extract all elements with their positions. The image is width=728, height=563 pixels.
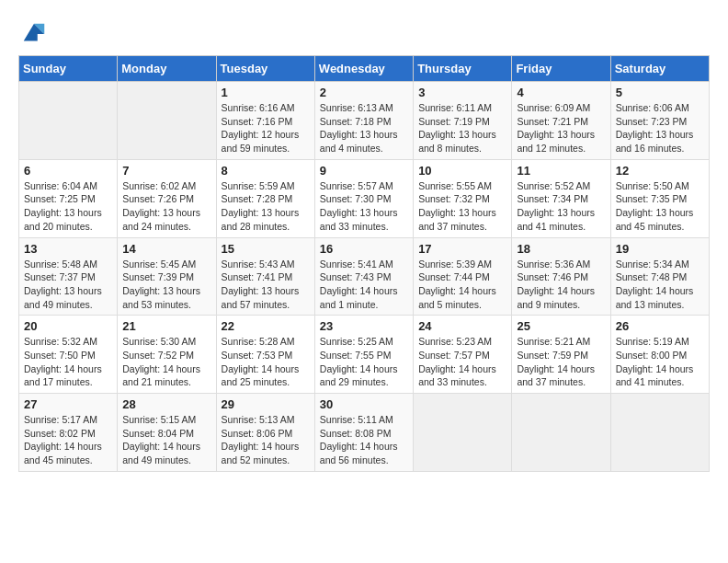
- calendar-cell: 21Sunrise: 5:30 AM Sunset: 7:52 PM Dayli…: [118, 316, 216, 394]
- day-number: 20: [24, 319, 112, 333]
- day-info: Sunrise: 5:25 AM Sunset: 7:55 PM Dayligh…: [320, 335, 408, 389]
- day-info: Sunrise: 5:21 AM Sunset: 7:59 PM Dayligh…: [517, 335, 605, 389]
- day-info: Sunrise: 5:19 AM Sunset: 8:00 PM Dayligh…: [616, 335, 704, 389]
- calendar-cell: 1Sunrise: 6:16 AM Sunset: 7:16 PM Daylig…: [216, 82, 314, 160]
- calendar-cell: 30Sunrise: 5:11 AM Sunset: 8:08 PM Dayli…: [314, 394, 413, 472]
- calendar-cell: [414, 394, 512, 472]
- calendar-cell: 17Sunrise: 5:39 AM Sunset: 7:44 PM Dayli…: [414, 237, 512, 316]
- weekday-header: Tuesday: [216, 56, 314, 82]
- day-info: Sunrise: 5:36 AM Sunset: 7:46 PM Dayligh…: [517, 258, 605, 312]
- day-number: 12: [616, 164, 704, 178]
- calendar-cell: 26Sunrise: 5:19 AM Sunset: 8:00 PM Dayli…: [610, 316, 709, 394]
- day-info: Sunrise: 5:30 AM Sunset: 7:52 PM Dayligh…: [122, 335, 210, 389]
- weekday-header-row: SundayMondayTuesdayWednesdayThursdayFrid…: [19, 56, 710, 82]
- calendar-cell: [118, 82, 216, 160]
- calendar-week-row: 20Sunrise: 5:32 AM Sunset: 7:50 PM Dayli…: [19, 316, 710, 394]
- calendar-cell: 23Sunrise: 5:25 AM Sunset: 7:55 PM Dayli…: [314, 316, 413, 394]
- day-info: Sunrise: 5:15 AM Sunset: 8:04 PM Dayligh…: [122, 413, 210, 467]
- day-info: Sunrise: 6:04 AM Sunset: 7:25 PM Dayligh…: [24, 179, 112, 234]
- calendar-cell: 4Sunrise: 6:09 AM Sunset: 7:21 PM Daylig…: [512, 82, 610, 160]
- day-number: 28: [122, 397, 210, 411]
- day-number: 24: [418, 319, 506, 333]
- calendar-cell: 10Sunrise: 5:55 AM Sunset: 7:32 PM Dayli…: [414, 159, 512, 237]
- day-info: Sunrise: 5:17 AM Sunset: 8:02 PM Dayligh…: [24, 413, 112, 467]
- day-number: 4: [517, 86, 605, 99]
- calendar-week-row: 1Sunrise: 6:16 AM Sunset: 7:16 PM Daylig…: [19, 82, 710, 160]
- day-info: Sunrise: 6:09 AM Sunset: 7:21 PM Dayligh…: [517, 101, 605, 155]
- calendar-week-row: 27Sunrise: 5:17 AM Sunset: 8:02 PM Dayli…: [19, 394, 710, 472]
- day-info: Sunrise: 5:39 AM Sunset: 7:44 PM Dayligh…: [418, 258, 506, 312]
- day-number: 10: [418, 164, 506, 178]
- calendar-cell: 13Sunrise: 5:48 AM Sunset: 7:37 PM Dayli…: [19, 237, 118, 316]
- weekday-header: Wednesday: [314, 56, 413, 82]
- day-info: Sunrise: 5:41 AM Sunset: 7:43 PM Dayligh…: [320, 258, 408, 312]
- day-number: 18: [517, 242, 605, 256]
- day-number: 16: [320, 242, 408, 256]
- day-number: 1: [222, 86, 310, 99]
- day-number: 2: [320, 86, 408, 99]
- logo: [18, 18, 48, 46]
- day-info: Sunrise: 5:28 AM Sunset: 7:53 PM Dayligh…: [222, 335, 310, 389]
- calendar-cell: [512, 394, 610, 472]
- calendar-cell: 8Sunrise: 5:59 AM Sunset: 7:28 PM Daylig…: [216, 159, 314, 237]
- day-info: Sunrise: 6:13 AM Sunset: 7:18 PM Dayligh…: [320, 101, 408, 155]
- calendar-cell: [610, 394, 709, 472]
- calendar-cell: 9Sunrise: 5:57 AM Sunset: 7:30 PM Daylig…: [314, 159, 413, 237]
- day-number: 3: [418, 86, 506, 99]
- calendar-cell: 7Sunrise: 6:02 AM Sunset: 7:26 PM Daylig…: [118, 159, 216, 237]
- calendar-table: SundayMondayTuesdayWednesdayThursdayFrid…: [18, 55, 710, 472]
- day-number: 21: [122, 319, 210, 333]
- day-info: Sunrise: 5:48 AM Sunset: 7:37 PM Dayligh…: [24, 258, 112, 312]
- calendar-cell: 11Sunrise: 5:52 AM Sunset: 7:34 PM Dayli…: [512, 159, 610, 237]
- weekday-header: Sunday: [19, 56, 118, 82]
- day-number: 14: [122, 242, 210, 256]
- day-number: 30: [320, 397, 408, 411]
- day-info: Sunrise: 5:50 AM Sunset: 7:35 PM Dayligh…: [616, 179, 704, 234]
- calendar-cell: 20Sunrise: 5:32 AM Sunset: 7:50 PM Dayli…: [19, 316, 118, 394]
- calendar-cell: 15Sunrise: 5:43 AM Sunset: 7:41 PM Dayli…: [216, 237, 314, 316]
- day-number: 22: [222, 319, 310, 333]
- day-number: 6: [24, 164, 112, 178]
- day-number: 8: [222, 164, 310, 178]
- calendar-cell: 14Sunrise: 5:45 AM Sunset: 7:39 PM Dayli…: [118, 237, 216, 316]
- day-number: 15: [222, 242, 310, 256]
- day-number: 27: [24, 397, 112, 411]
- calendar-cell: 25Sunrise: 5:21 AM Sunset: 7:59 PM Dayli…: [512, 316, 610, 394]
- calendar-cell: 19Sunrise: 5:34 AM Sunset: 7:48 PM Dayli…: [610, 237, 709, 316]
- day-info: Sunrise: 6:06 AM Sunset: 7:23 PM Dayligh…: [616, 101, 704, 155]
- day-number: 13: [24, 242, 112, 256]
- calendar-week-row: 6Sunrise: 6:04 AM Sunset: 7:25 PM Daylig…: [19, 159, 710, 237]
- day-number: 19: [616, 242, 704, 256]
- day-number: 7: [122, 164, 210, 178]
- day-info: Sunrise: 5:32 AM Sunset: 7:50 PM Dayligh…: [24, 335, 112, 389]
- calendar-cell: 28Sunrise: 5:15 AM Sunset: 8:04 PM Dayli…: [118, 394, 216, 472]
- day-number: 29: [222, 397, 310, 411]
- day-info: Sunrise: 5:23 AM Sunset: 7:57 PM Dayligh…: [418, 335, 506, 389]
- day-info: Sunrise: 5:52 AM Sunset: 7:34 PM Dayligh…: [517, 179, 605, 234]
- calendar-cell: 6Sunrise: 6:04 AM Sunset: 7:25 PM Daylig…: [19, 159, 118, 237]
- calendar-cell: 18Sunrise: 5:36 AM Sunset: 7:46 PM Dayli…: [512, 237, 610, 316]
- weekday-header: Friday: [512, 56, 610, 82]
- day-number: 23: [320, 319, 408, 333]
- weekday-header: Monday: [118, 56, 216, 82]
- day-number: 11: [517, 164, 605, 178]
- day-number: 26: [616, 319, 704, 333]
- page-header: [18, 18, 710, 46]
- day-info: Sunrise: 5:57 AM Sunset: 7:30 PM Dayligh…: [320, 179, 408, 234]
- day-number: 17: [418, 242, 506, 256]
- calendar-week-row: 13Sunrise: 5:48 AM Sunset: 7:37 PM Dayli…: [19, 237, 710, 316]
- day-info: Sunrise: 6:02 AM Sunset: 7:26 PM Dayligh…: [122, 179, 210, 234]
- calendar-cell: 12Sunrise: 5:50 AM Sunset: 7:35 PM Dayli…: [610, 159, 709, 237]
- day-info: Sunrise: 5:13 AM Sunset: 8:06 PM Dayligh…: [222, 413, 310, 467]
- calendar-cell: 5Sunrise: 6:06 AM Sunset: 7:23 PM Daylig…: [610, 82, 709, 160]
- calendar-cell: 22Sunrise: 5:28 AM Sunset: 7:53 PM Dayli…: [216, 316, 314, 394]
- day-info: Sunrise: 5:43 AM Sunset: 7:41 PM Dayligh…: [222, 258, 310, 312]
- calendar-cell: 24Sunrise: 5:23 AM Sunset: 7:57 PM Dayli…: [414, 316, 512, 394]
- calendar-cell: 3Sunrise: 6:11 AM Sunset: 7:19 PM Daylig…: [414, 82, 512, 160]
- calendar-cell: 2Sunrise: 6:13 AM Sunset: 7:18 PM Daylig…: [314, 82, 413, 160]
- day-number: 5: [616, 86, 704, 99]
- day-number: 25: [517, 319, 605, 333]
- day-info: Sunrise: 5:34 AM Sunset: 7:48 PM Dayligh…: [616, 258, 704, 312]
- day-info: Sunrise: 5:45 AM Sunset: 7:39 PM Dayligh…: [122, 258, 210, 312]
- calendar-cell: [19, 82, 118, 160]
